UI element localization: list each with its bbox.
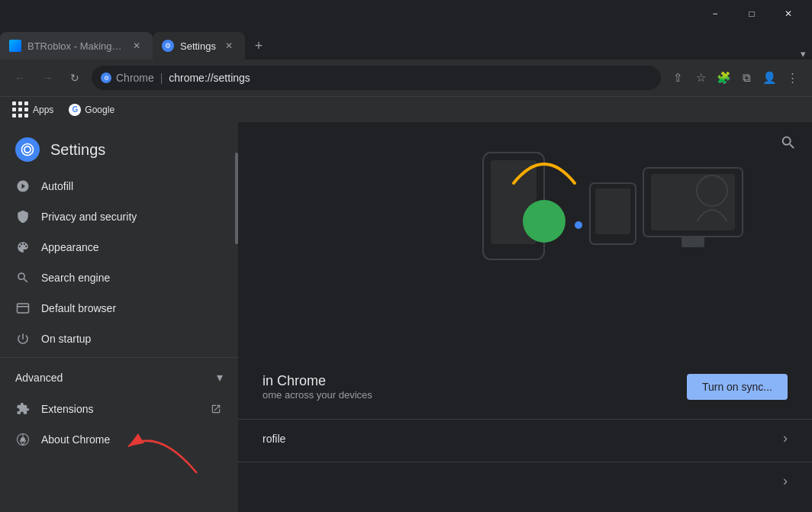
row2-chevron-icon: › — [783, 473, 788, 489]
address-favicon-icon: ⚙ — [101, 72, 111, 83]
extensions-label: Extensions — [41, 403, 198, 415]
tab-settings[interactable]: ⚙ Settings ✕ — [153, 32, 245, 60]
content-row-1[interactable]: rofile › — [238, 419, 812, 457]
tab-btroblox-title: BTRoblox - Making Roblox Bette… — [27, 40, 124, 52]
external-link-icon — [209, 402, 223, 416]
palette-icon — [15, 240, 31, 255]
tab-settings-title: Settings — [180, 40, 216, 52]
turn-on-sync-button[interactable]: Turn on sync... — [687, 374, 788, 400]
sidebar-item-about[interactable]: About Chrome — [0, 424, 238, 455]
settings-search-icon[interactable] — [780, 134, 797, 154]
tab-dropdown-button[interactable]: ▾ — [801, 48, 806, 60]
apps-grid-icon — [12, 101, 29, 118]
autofill-icon — [15, 179, 31, 194]
profile-icon[interactable]: 👤 — [759, 67, 780, 89]
tab-btroblox-close[interactable]: ✕ — [130, 39, 143, 53]
share-icon[interactable]: ⇧ — [667, 67, 688, 89]
sidebar-item-default-browser[interactable]: Default browser — [0, 293, 238, 324]
tab-bar: BTRoblox - Making Roblox Bette… ✕ ⚙ Sett… — [0, 27, 812, 60]
sidebar-nav: Autofill Privacy and security Appe — [0, 171, 238, 512]
appearance-label: Appearance — [41, 241, 223, 253]
sidebar: Settings Autofill Privacy and — [0, 122, 238, 512]
browser-icon — [15, 301, 31, 316]
title-bar: − □ ✕ — [0, 0, 812, 27]
content-row-2[interactable]: › — [238, 462, 812, 500]
google-label: Google — [85, 105, 114, 115]
power-icon — [15, 331, 31, 346]
chrome-circle-icon — [15, 432, 31, 447]
sidebar-item-autofill[interactable]: Autofill — [0, 171, 238, 201]
extensions-puzzle-icon[interactable]: 🧩 — [713, 67, 734, 89]
svg-rect-0 — [18, 304, 29, 313]
browser-content: Settings Autofill Privacy and — [0, 122, 812, 512]
search-icon — [15, 270, 31, 285]
settings-favicon-icon: ⚙ — [162, 40, 174, 52]
menu-icon[interactable]: ⋮ — [781, 67, 803, 89]
row1-text: rofile — [263, 433, 783, 445]
back-button[interactable]: ← — [9, 67, 31, 89]
svg-rect-17 — [595, 188, 630, 234]
sync-text: in Chrome ome across your devices — [263, 373, 372, 401]
address-url: chrome://settings — [169, 72, 250, 84]
address-separator: | — [160, 72, 163, 84]
tab-btroblox[interactable]: BTRoblox - Making Roblox Bette… ✕ — [0, 32, 153, 60]
reload-button[interactable]: ↻ — [64, 67, 85, 89]
forward-button[interactable]: → — [37, 67, 58, 89]
btroblox-favicon-icon — [9, 40, 21, 52]
advanced-header[interactable]: Advanced ▾ — [0, 361, 238, 394]
default-browser-label: Default browser — [41, 302, 223, 314]
sidebar-item-startup[interactable]: On startup — [0, 324, 238, 354]
svg-rect-15 — [682, 237, 704, 247]
puzzle-icon — [15, 401, 31, 417]
address-actions: ⇧ ☆ 🧩 ⧉ 👤 ⋮ — [667, 67, 803, 89]
main-content: in Chrome ome across your devices Turn o… — [238, 122, 812, 512]
google-icon: G — [69, 104, 81, 116]
new-tab-button[interactable]: + — [248, 35, 269, 56]
svg-point-12 — [575, 221, 582, 229]
sidebar-item-search[interactable]: Search engine — [0, 262, 238, 293]
split-screen-icon[interactable]: ⧉ — [736, 67, 757, 89]
bookmark-apps[interactable]: Apps — [6, 98, 60, 121]
search-engine-label: Search engine — [41, 272, 223, 284]
about-chrome-label: About Chrome — [41, 433, 223, 446]
sync-subtitle: ome across your devices — [263, 389, 372, 401]
sidebar-item-privacy[interactable]: Privacy and security — [0, 201, 238, 232]
sidebar-item-extensions[interactable]: Extensions — [0, 394, 238, 424]
shield-icon — [15, 209, 31, 224]
bookmarks-bar: Apps G Google — [0, 96, 812, 122]
privacy-label: Privacy and security — [41, 211, 223, 223]
bookmark-icon[interactable]: ☆ — [690, 67, 711, 89]
sync-title: in Chrome — [263, 373, 372, 389]
sidebar-header: Settings — [0, 122, 238, 171]
apps-label: Apps — [33, 105, 53, 115]
sidebar-title: Settings — [50, 141, 105, 159]
close-button[interactable]: ✕ — [771, 2, 806, 26]
autofill-label: Autofill — [41, 180, 223, 192]
settings-logo-icon — [15, 137, 40, 162]
sidebar-item-appearance[interactable]: Appearance — [0, 232, 238, 262]
svg-rect-1 — [18, 306, 29, 308]
address-box[interactable]: ⚙ Chrome | chrome://settings — [92, 66, 661, 90]
minimize-button[interactable]: − — [698, 2, 733, 26]
svg-point-3 — [21, 437, 25, 442]
startup-label: On startup — [41, 333, 223, 345]
advanced-chevron-icon: ▾ — [217, 370, 223, 385]
svg-point-11 — [523, 200, 566, 243]
address-bar-row: ← → ↻ ⚙ Chrome | chrome://settings ⇧ ☆ 🧩… — [0, 60, 812, 96]
address-chrome-label: Chrome — [116, 72, 154, 84]
bookmark-google[interactable]: G Google — [63, 101, 121, 119]
nav-divider — [0, 357, 238, 358]
maximize-button[interactable]: □ — [734, 2, 769, 26]
advanced-label: Advanced — [15, 372, 211, 384]
sync-info-bar: in Chrome ome across your devices Turn o… — [238, 361, 812, 413]
tab-settings-close[interactable]: ✕ — [222, 39, 236, 53]
address-text: Chrome | chrome://settings — [116, 72, 652, 84]
row1-chevron-icon: › — [783, 430, 788, 446]
